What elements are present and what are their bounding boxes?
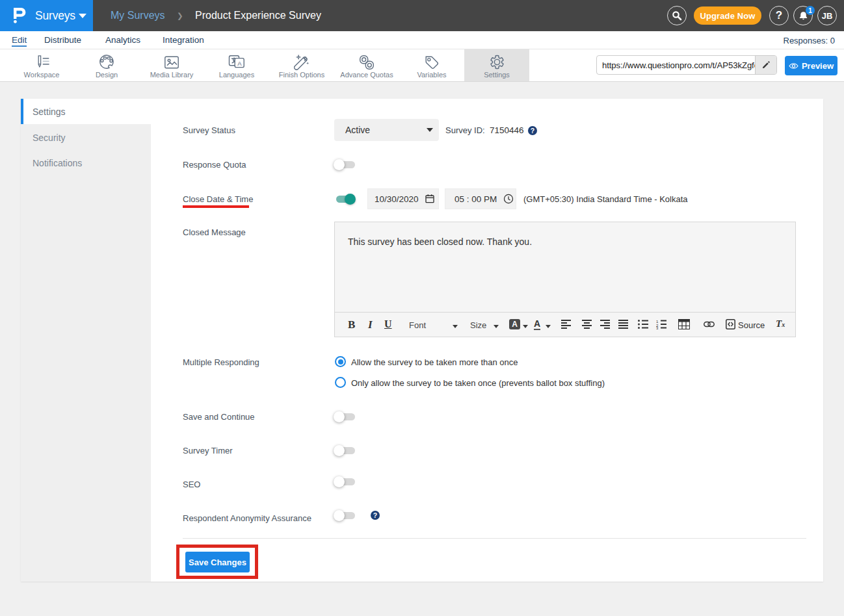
svg-text:3: 3 <box>656 326 659 329</box>
svg-text:A: A <box>237 60 242 67</box>
